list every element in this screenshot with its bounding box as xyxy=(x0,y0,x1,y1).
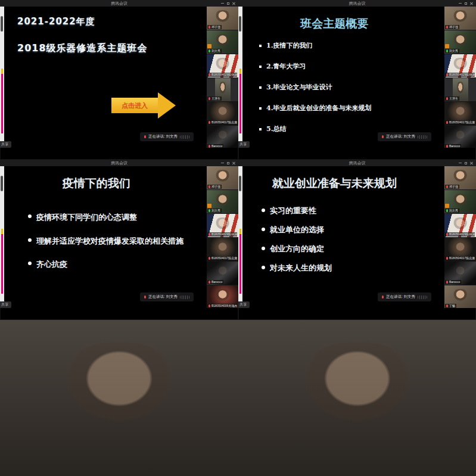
participant-video[interactable]: 邓子强 xyxy=(444,7,476,30)
participant-name-label: Barocco xyxy=(207,144,223,148)
webcam-video xyxy=(0,320,238,476)
minimize-icon[interactable] xyxy=(459,3,462,4)
mic-icon xyxy=(209,73,210,76)
tray-icons[interactable]: ∧ ▭ ◁ 中 ▣ xyxy=(238,309,294,319)
shared-slide: 班会主题概要 1.疫情下的我们 2.青年大学习 3.毕业论文与毕业设计 xyxy=(242,7,444,148)
participant-video[interactable]: 邓子强 xyxy=(207,166,238,189)
participants-grid: B180504017陈忠康 Barocco 丁畅 xyxy=(238,326,476,476)
participant-video[interactable]: B180504029陈锦涛 xyxy=(444,214,476,237)
mic-icon xyxy=(446,49,448,52)
participant-video[interactable]: B180504017陈忠康 xyxy=(207,238,238,261)
share-indicator[interactable]: 共享 xyxy=(0,301,11,308)
participant-video[interactable]: B180504006吴瑞杰 xyxy=(207,285,238,308)
minimize-icon[interactable] xyxy=(459,163,462,163)
bullet-marker xyxy=(28,262,32,265)
participant-name-label: 刘文秀 xyxy=(445,209,459,213)
mic-icon xyxy=(209,97,210,100)
scrollbar-thumb[interactable] xyxy=(1,16,3,32)
participant-video[interactable]: 丁畅 xyxy=(444,285,476,308)
participant-video[interactable]: 刘文秀 xyxy=(444,190,476,213)
bullet-marker xyxy=(28,238,32,242)
close-icon[interactable] xyxy=(470,2,473,5)
participant-video[interactable]: B180504029陈锦涛 xyxy=(207,214,238,237)
minimize-icon[interactable] xyxy=(221,163,224,163)
slide-bullet: 就业单位的选择 xyxy=(262,225,332,235)
audio-wave-icon xyxy=(418,135,427,139)
scrollbar-thumb[interactable] xyxy=(239,16,241,32)
ppt-thumbnail-pane[interactable] xyxy=(0,166,4,308)
speaking-toast: 正在讲话: 刘文秀 xyxy=(378,293,431,301)
participant-video[interactable]: B180504029陈锦涛 xyxy=(207,54,238,77)
minimize-icon[interactable] xyxy=(221,3,224,4)
participants-strip: 邓子强 刘文秀 B180504029陈锦涛 xyxy=(444,166,476,308)
participant-video[interactable]: 王津生 xyxy=(444,78,476,101)
participant-video[interactable]: 刘文秀 xyxy=(444,30,476,54)
participant-video[interactable]: 王津生 xyxy=(207,78,238,101)
participant-name-label: 邓子强 xyxy=(445,25,459,29)
slide-bullet: 1.疫情下的我们 xyxy=(259,41,371,50)
participant-video[interactable]: B180504017陈忠康 xyxy=(444,102,476,125)
slide-bullet: 疫情环境下同学们的心态调整 xyxy=(28,211,184,223)
bullet-marker xyxy=(259,45,262,47)
meeting-window-career: 腾讯会议 就业创业准备与未来规划 实习的重要性 xyxy=(238,160,476,320)
share-indicator[interactable]: 共享 xyxy=(0,141,11,148)
participant-video[interactable]: 邓子强 xyxy=(444,166,476,189)
tray-icons[interactable]: ∧ ▭ ◁ 中 ▣ xyxy=(0,148,56,158)
scrollbar-thumb[interactable] xyxy=(239,176,241,191)
slide-strip-pink xyxy=(239,234,241,294)
slide-strip-yellow xyxy=(1,229,3,234)
meeting-window-gallery-left: 腾讯会议 楠 刘文秀 xyxy=(0,320,238,476)
participant-video[interactable]: Barocco xyxy=(207,262,238,285)
ppt-thumbnail-pane[interactable] xyxy=(238,166,242,308)
ppt-thumbnail-pane[interactable] xyxy=(0,7,4,148)
taskbar: ∧ ▭ ◁ 中 ▣ 20:02 星期五 2022/3/18 xyxy=(238,148,476,160)
participant-name-label: B180504029陈锦涛 xyxy=(445,232,475,237)
slide-bullet: 5.总结 xyxy=(259,125,371,133)
participant-video[interactable]: 刘文秀 xyxy=(207,30,238,54)
participant-video[interactable]: B180504029陈锦涛 xyxy=(444,54,476,77)
bullet-marker xyxy=(259,107,262,110)
share-indicator[interactable]: 共享 xyxy=(238,301,250,308)
mic-icon xyxy=(209,185,210,188)
maximize-icon[interactable] xyxy=(227,162,229,164)
enter-arrow-button[interactable]: 点击进入 xyxy=(111,92,176,119)
system-tray[interactable]: ∧ ▭ ◁ 中 ▣ 20:01 星期五 2022/3/18 xyxy=(0,148,238,160)
participant-name-label: B180504029陈锦涛 xyxy=(445,73,475,77)
participant-video[interactable]: B180504017陈忠康 xyxy=(444,238,476,261)
participant-name-label: B180504017陈忠康 xyxy=(207,256,237,260)
mic-icon xyxy=(382,295,384,298)
window-title: 腾讯会议 xyxy=(349,160,366,166)
share-indicator[interactable]: 共享 xyxy=(238,141,250,148)
participant-video[interactable]: 刘文秀 xyxy=(207,190,238,213)
close-icon[interactable] xyxy=(470,161,473,164)
slide-bullet: 4.毕业后就业创业的准备与未来规划 xyxy=(259,104,371,113)
system-tray[interactable]: ∧ ▭ ◁ 中 ▣ 20:17 星期五 2022/3/18 xyxy=(238,308,476,320)
slide-strip-yellow xyxy=(239,69,241,74)
system-tray[interactable]: ∧ ▭ ◁ 中 ▣ 20:10 星期五 2022/3/18 xyxy=(0,308,238,320)
participant-name-label: 刘文秀 xyxy=(445,49,459,53)
participant-video[interactable]: Barocco xyxy=(207,126,238,148)
maximize-icon[interactable] xyxy=(227,2,229,5)
mic-icon xyxy=(209,145,210,148)
close-icon[interactable] xyxy=(232,161,235,164)
mic-icon xyxy=(209,233,210,236)
slide-bullet: 3.毕业论文与毕业设计 xyxy=(259,83,371,92)
raised-hand-icon xyxy=(207,204,211,208)
participant-video[interactable]: Barocco xyxy=(444,262,476,285)
slide-bullet: 创业方向的确定 xyxy=(262,244,332,254)
ppt-thumbnail-pane[interactable] xyxy=(238,7,242,148)
participant-video[interactable]: Barocco xyxy=(444,126,476,148)
scrollbar-thumb[interactable] xyxy=(1,176,3,191)
close-icon[interactable] xyxy=(232,2,235,5)
participant-video[interactable]: 邓子强 xyxy=(207,7,238,30)
system-tray[interactable]: ∧ ▭ ◁ 中 ▣ 20:02 星期五 2022/3/18 xyxy=(238,148,476,160)
participant-video[interactable]: B180504017陈忠康 xyxy=(207,102,238,125)
tray-icons[interactable]: ∧ ▭ ◁ 中 ▣ xyxy=(238,148,294,158)
maximize-icon[interactable] xyxy=(465,162,467,164)
tray-icons[interactable]: ∧ ▭ ◁ 中 ▣ xyxy=(0,309,56,319)
mic-icon xyxy=(209,26,210,29)
participant-name-label: 邓子强 xyxy=(445,185,459,189)
participant-name-label: 刘文秀 xyxy=(207,49,222,53)
maximize-icon[interactable] xyxy=(465,2,467,5)
bullet-marker xyxy=(262,209,265,212)
